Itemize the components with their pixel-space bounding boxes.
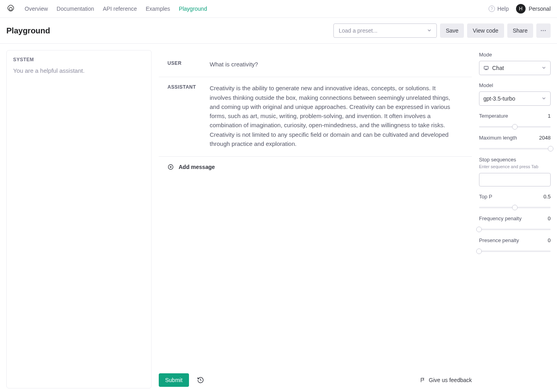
- pres-penalty-value: 0: [548, 237, 551, 243]
- top-p-value: 0.5: [543, 194, 551, 200]
- freq-penalty-value: 0: [548, 215, 551, 221]
- mode-label: Mode: [479, 52, 551, 58]
- system-panel: SYSTEM: [6, 50, 152, 388]
- message-content[interactable]: Creativity is the ability to generate ne…: [210, 83, 472, 148]
- messages: USERWhat is creativity?ASSISTANTCreativi…: [159, 53, 472, 370]
- page-title: Playground: [6, 26, 333, 35]
- save-button[interactable]: Save: [440, 23, 464, 38]
- add-message-label: Add message: [179, 164, 215, 170]
- max-length-slider[interactable]: [479, 148, 551, 149]
- pres-penalty-label: Presence penalty: [479, 237, 519, 243]
- feedback-link[interactable]: Give us feedback: [420, 377, 472, 383]
- workspace: SYSTEM USERWhat is creativity?ASSISTANTC…: [0, 44, 557, 392]
- toolbar: Playground Load a preset... Save View co…: [0, 18, 557, 44]
- flag-icon: [420, 377, 426, 383]
- nav-item-api-reference[interactable]: API reference: [103, 6, 137, 12]
- slider-thumb[interactable]: [512, 124, 518, 130]
- model-value: gpt-3.5-turbo: [483, 95, 515, 102]
- settings-panel: Mode Chat Model gpt-3.5-turbo Temperatur: [479, 50, 551, 388]
- chevron-down-icon: [427, 27, 432, 34]
- svg-rect-4: [484, 66, 489, 69]
- chat-footer: Submit Give us feedback: [159, 370, 472, 388]
- freq-penalty-slider[interactable]: [479, 229, 551, 230]
- stop-hint: Enter sequence and press Tab: [479, 164, 551, 169]
- message-row[interactable]: USERWhat is creativity?: [159, 53, 472, 77]
- system-input[interactable]: [13, 67, 145, 382]
- share-button[interactable]: Share: [507, 23, 533, 38]
- feedback-label: Give us feedback: [429, 377, 472, 383]
- preset-select[interactable]: Load a preset...: [333, 23, 437, 38]
- avatar: H: [516, 4, 526, 14]
- nav-items: OverviewDocumentationAPI referenceExampl…: [25, 6, 489, 12]
- more-button[interactable]: ···: [536, 23, 551, 38]
- ellipsis-icon: ···: [541, 27, 547, 34]
- nav-item-overview[interactable]: Overview: [25, 6, 48, 12]
- submit-button[interactable]: Submit: [159, 373, 189, 387]
- model-select[interactable]: gpt-3.5-turbo: [479, 91, 551, 106]
- slider-thumb[interactable]: [548, 146, 553, 151]
- stop-label: Stop sequences: [479, 157, 551, 163]
- preset-placeholder: Load a preset...: [339, 27, 377, 34]
- slider-thumb[interactable]: [476, 248, 482, 254]
- top-p-slider[interactable]: [479, 207, 551, 208]
- temperature-label: Temperature: [479, 113, 508, 119]
- model-label: Model: [479, 82, 551, 88]
- mode-select[interactable]: Chat: [479, 61, 551, 75]
- chat-icon: [483, 65, 489, 71]
- max-length-label: Maximum length: [479, 135, 517, 141]
- chevron-down-icon: [541, 95, 546, 102]
- history-icon: [197, 376, 204, 384]
- pres-penalty-slider[interactable]: [479, 250, 551, 252]
- add-message-button[interactable]: Add message: [159, 157, 472, 177]
- chat-panel: USERWhat is creativity?ASSISTANTCreativi…: [159, 50, 472, 388]
- slider-thumb[interactable]: [512, 205, 518, 210]
- help-label: Help: [497, 6, 509, 12]
- freq-penalty-label: Frequency penalty: [479, 215, 522, 221]
- account-menu[interactable]: H Personal: [516, 4, 551, 14]
- message-row[interactable]: ASSISTANTCreativity is the ability to ge…: [159, 77, 472, 157]
- view-code-button[interactable]: View code: [467, 23, 504, 38]
- max-length-value: 2048: [539, 135, 551, 141]
- top-nav: OverviewDocumentationAPI referenceExampl…: [0, 0, 557, 18]
- message-role: USER: [167, 60, 199, 69]
- openai-logo-icon[interactable]: [6, 4, 15, 13]
- nav-item-examples[interactable]: Examples: [146, 6, 170, 12]
- temperature-value: 1: [548, 113, 551, 119]
- history-button[interactable]: [195, 374, 206, 386]
- account-label: Personal: [529, 6, 551, 12]
- stop-input[interactable]: [479, 173, 551, 186]
- slider-thumb[interactable]: [476, 227, 482, 232]
- chevron-down-icon: [541, 65, 546, 71]
- system-label: SYSTEM: [13, 57, 145, 62]
- help-link[interactable]: ? Help: [489, 6, 509, 12]
- message-content[interactable]: What is creativity?: [210, 60, 472, 69]
- svg-point-0: [9, 7, 12, 10]
- temperature-slider[interactable]: [479, 126, 551, 128]
- mode-value: Chat: [492, 65, 504, 71]
- plus-circle-icon: [167, 164, 174, 170]
- help-icon: ?: [489, 6, 495, 12]
- nav-item-documentation[interactable]: Documentation: [56, 6, 94, 12]
- nav-item-playground[interactable]: Playground: [179, 6, 207, 12]
- top-p-label: Top P: [479, 194, 492, 200]
- message-role: ASSISTANT: [167, 83, 199, 148]
